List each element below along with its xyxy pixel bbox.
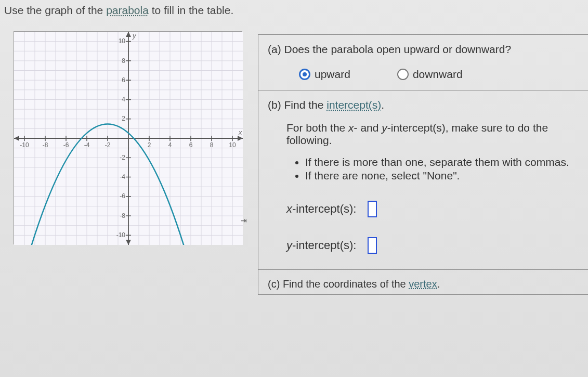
part-c-post: . <box>437 278 440 290</box>
svg-text:4: 4 <box>168 141 172 149</box>
svg-text:-2: -2 <box>105 141 111 149</box>
instruction-pre: Use the graph of the <box>4 4 106 16</box>
y-intercept-input[interactable] <box>368 237 377 254</box>
radio-circle-icon <box>299 69 310 80</box>
y-intercept-row: y-intercept(s): <box>268 237 581 254</box>
t: -intercept(s): <box>292 239 356 252</box>
part-b-pre: (b) Find the <box>268 99 326 111</box>
t: x <box>286 202 292 215</box>
x-intercept-input[interactable] <box>368 201 377 217</box>
instruction-text: Use the graph of the parabola to fill in… <box>3 4 588 17</box>
it-y: y <box>382 122 387 134</box>
radio-circle-icon <box>397 69 409 80</box>
part-b-post: . <box>381 99 384 111</box>
part-a-question: (a) Does the parabola open upward or dow… <box>268 43 581 56</box>
svg-text:-8: -8 <box>43 141 48 149</box>
svg-text:-6: -6 <box>63 141 69 149</box>
radio-downward-label: downward <box>413 68 463 81</box>
svg-text:-4: -4 <box>120 173 125 180</box>
main-row: -10-8-6 -4-22 468 10 1086 42-2 -4-6-8 -1… <box>3 31 588 295</box>
radio-downward[interactable]: downward <box>397 68 463 81</box>
radio-row: upward downward <box>268 68 581 81</box>
svg-text:10: 10 <box>119 37 126 45</box>
svg-text:x: x <box>238 128 242 136</box>
instruction-post: to fill in the table. <box>149 4 233 16</box>
svg-text:6: 6 <box>122 76 125 84</box>
it-x: x <box>348 122 354 134</box>
svg-text:-2: -2 <box>120 154 125 161</box>
x-intercept-label: x-intercept(s): <box>286 202 356 216</box>
radio-upward-label: upward <box>315 68 350 81</box>
svg-text:6: 6 <box>189 141 193 149</box>
part-b-lead: (b) Find the intercept(s). <box>268 99 581 111</box>
svg-text:-10: -10 <box>116 231 126 239</box>
part-b-instruction: For both the x- and y-intercept(s), make… <box>268 116 581 156</box>
questions-table: (a) Does the parabola open upward or dow… <box>258 34 588 295</box>
svg-text:10: 10 <box>229 141 236 149</box>
t: - and <box>354 122 382 134</box>
svg-text:8: 8 <box>122 57 125 64</box>
svg-text:8: 8 <box>210 141 214 149</box>
resize-handle-icon[interactable]: ⇥ <box>241 216 247 225</box>
radio-upward[interactable]: upward <box>299 68 350 81</box>
t: For both the <box>286 122 348 134</box>
y-intercept-label: y-intercept(s): <box>286 239 356 252</box>
x-intercept-row: x-intercept(s): <box>268 201 581 217</box>
svg-text:2: 2 <box>148 141 151 149</box>
vertex-link[interactable]: vertex <box>409 278 437 290</box>
t: -intercept(s): <box>292 202 356 215</box>
svg-text:-10: -10 <box>20 141 29 149</box>
svg-text:4: 4 <box>122 96 125 103</box>
t: y <box>286 239 292 252</box>
part-c: (c) Find the coordinates of the vertex. <box>258 270 588 294</box>
graph-panel: -10-8-6 -4-22 468 10 1086 42-2 -4-6-8 -1… <box>14 31 242 244</box>
part-b: (b) Find the intercept(s). For both the … <box>258 90 588 270</box>
parabola-graph: -10-8-6 -4-22 468 10 1086 42-2 -4-6-8 -1… <box>14 32 243 245</box>
svg-text:-6: -6 <box>120 192 125 200</box>
part-b-bullets: If there is more than one, separate them… <box>268 156 581 182</box>
bullet-1: If there is more than one, separate them… <box>305 156 581 168</box>
intercepts-link[interactable]: intercept(s) <box>326 99 381 111</box>
svg-text:-4: -4 <box>84 141 90 149</box>
parabola-link[interactable]: parabola <box>106 4 149 16</box>
part-a: (a) Does the parabola open upward or dow… <box>258 35 588 90</box>
svg-text:2: 2 <box>122 115 125 122</box>
part-c-pre: (c) Find the coordinates of the <box>268 278 409 290</box>
bullet-2: If there are none, select "None". <box>305 170 581 182</box>
svg-text:-8: -8 <box>120 212 125 219</box>
